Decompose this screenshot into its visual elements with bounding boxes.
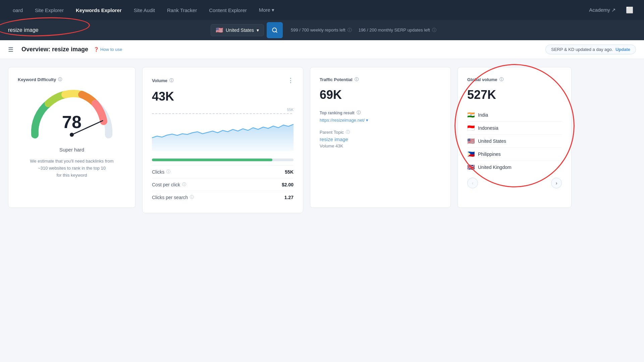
chevron-down-icon: ▾ <box>366 118 368 123</box>
chevron-down-icon: ▾ <box>257 27 259 33</box>
search-input[interactable] <box>0 20 208 40</box>
monthly-help-icon[interactable]: ⓘ <box>432 27 436 33</box>
volume-title-text: Volume <box>152 78 167 83</box>
kd-help-icon[interactable]: ⓘ <box>58 77 62 82</box>
cpc-label: Cost per click ⓘ <box>152 182 186 187</box>
country-flag-icon: 🇬🇧 <box>467 164 475 171</box>
overview-header: ☰ Overview: resize image ❓ How to use SE… <box>0 40 644 59</box>
traffic-potential-card: Traffic Potential ⓘ 69K Top ranking resu… <box>310 67 451 208</box>
top-ranking-help-icon[interactable]: ⓘ <box>357 110 361 116</box>
clicks-label: Clicks ⓘ <box>152 169 170 175</box>
global-title-text: Global volume <box>467 77 497 82</box>
global-card-title: Global volume ⓘ <box>467 77 562 82</box>
country-flag-icon: 🇮🇳 <box>467 111 475 119</box>
parent-topic-help-icon[interactable]: ⓘ <box>346 129 350 135</box>
top-url-text: https://resizeimage.net/ <box>320 118 365 123</box>
clicks-value: 55K <box>285 169 293 175</box>
volume-card-title: Volume ⓘ ⋮ <box>152 77 293 84</box>
window-icon[interactable]: ⬜ <box>623 4 636 16</box>
volume-menu-icon[interactable]: ⋮ <box>287 77 293 84</box>
list-item: 🇮🇩Indonesia <box>467 122 562 135</box>
traffic-help-icon[interactable]: ⓘ <box>355 77 359 82</box>
weekly-help-icon[interactable]: ⓘ <box>347 27 352 33</box>
list-item: 🇵🇭Philippines <box>467 148 562 161</box>
reports-info: 599 / 700 weekly reports left ⓘ 196 / 20… <box>291 27 436 33</box>
volume-chart: 55K <box>152 108 293 155</box>
country-name: United Kingdom <box>478 165 562 170</box>
country-flag: 🇺🇸 <box>216 26 223 34</box>
how-to-use-link[interactable]: ❓ How to use <box>94 47 122 52</box>
clicks-bar-fill <box>152 159 272 161</box>
gauge-number: 78 <box>62 112 82 132</box>
nav-arrows: ‹ › <box>467 178 562 188</box>
sidebar-item-site-audit[interactable]: Site Audit <box>129 5 160 16</box>
kd-title-text: Keyword Difficulty <box>18 77 56 82</box>
academy-link[interactable]: Academy ↗ <box>584 4 621 16</box>
parent-volume-value: 43K <box>335 143 343 148</box>
sidebar-item-dashboard[interactable]: oard <box>8 5 28 16</box>
top-ranking-label-text: Top ranking result <box>320 111 355 115</box>
next-arrow-button[interactable]: › <box>551 178 562 188</box>
top-url-link[interactable]: https://resizeimage.net/ ▾ <box>320 118 441 123</box>
keyword-difficulty-card: Keyword Difficulty ⓘ <box>8 67 136 208</box>
country-name: Indonesia <box>478 125 562 131</box>
cpc-value: $2.00 <box>282 182 293 187</box>
cpc-help-icon[interactable]: ⓘ <box>182 182 186 187</box>
search-bar: 🇺🇸 United States ▾ 599 / 700 weekly repo… <box>0 20 644 40</box>
traffic-number: 69K <box>320 88 441 102</box>
weekly-reports-label: 599 / 700 weekly reports left <box>291 27 345 33</box>
top-ranking-label: Top ranking result ⓘ <box>320 110 441 116</box>
country-name: United States <box>478 138 562 144</box>
cpc-metric: Cost per click ⓘ $2.00 <box>152 178 293 191</box>
country-flag-icon: 🇵🇭 <box>467 150 475 158</box>
country-selector[interactable]: 🇺🇸 United States ▾ <box>211 24 264 36</box>
sidebar-item-keywords-explorer[interactable]: Keywords Explorer <box>71 5 126 16</box>
weekly-reports: 599 / 700 weekly reports left ⓘ <box>291 27 352 33</box>
menu-icon[interactable]: ☰ <box>8 46 13 53</box>
sidebar-item-content-explorer[interactable]: Content Explorer <box>204 5 252 16</box>
sidebar-item-site-explorer[interactable]: Site Explorer <box>30 5 68 16</box>
cps-label: Clicks per search ⓘ <box>152 194 194 200</box>
cps-metric: Clicks per search ⓘ 1.27 <box>152 191 293 203</box>
clicks-metric: Clicks ⓘ 55K <box>152 165 293 178</box>
search-icon <box>272 27 278 33</box>
volume-number: 43K <box>152 89 293 104</box>
sidebar-item-rank-tracker[interactable]: Rank Tracker <box>162 5 202 16</box>
nav-bar: oard Site Explorer Keywords Explorer Sit… <box>0 0 644 20</box>
update-link[interactable]: Update <box>615 47 630 52</box>
parent-topic-link[interactable]: resize image <box>320 136 441 142</box>
list-item: 🇺🇸United States <box>467 135 562 148</box>
traffic-card-title: Traffic Potential ⓘ <box>320 77 441 82</box>
how-to-use-label[interactable]: How to use <box>100 47 122 52</box>
volume-card: Volume ⓘ ⋮ 43K 55K <box>142 67 303 213</box>
svg-point-3 <box>70 133 74 137</box>
monthly-reports-label: 196 / 200 monthly SERP updates left <box>359 27 430 33</box>
page-title: Overview: resize image <box>21 46 88 53</box>
parent-topic-label: Parent Topic ⓘ <box>320 129 441 135</box>
country-flag-icon: 🇺🇸 <box>467 137 475 145</box>
country-name: Philippines <box>478 152 562 157</box>
parent-topic-label-text: Parent Topic <box>320 130 344 135</box>
cps-label-text: Clicks per search <box>152 195 188 200</box>
svg-line-1 <box>276 31 277 32</box>
clicks-help-icon[interactable]: ⓘ <box>166 169 170 175</box>
volume-help-icon[interactable]: ⓘ <box>169 78 173 83</box>
chart-max-label: 55K <box>287 108 293 112</box>
country-name: India <box>478 112 562 118</box>
gauge-wrapper: 78 <box>18 88 126 141</box>
prev-arrow-button[interactable]: ‹ <box>467 178 478 188</box>
global-help-icon[interactable]: ⓘ <box>499 77 503 82</box>
gauge-label: Super hard <box>18 147 126 153</box>
cps-value: 1.27 <box>284 195 293 200</box>
serp-update-badge: SERP & KD updated a day ago. Update <box>545 45 636 54</box>
country-label: United States <box>226 27 254 33</box>
search-input-wrapper <box>0 20 208 40</box>
global-number: 527K <box>467 88 562 102</box>
cpc-label-text: Cost per click <box>152 182 180 187</box>
kd-card-title: Keyword Difficulty ⓘ <box>18 77 126 82</box>
cps-help-icon[interactable]: ⓘ <box>190 194 194 200</box>
global-volume-card: Global volume ⓘ 527K 🇮🇳India🇮🇩Indonesia🇺… <box>458 67 572 208</box>
search-button[interactable] <box>267 22 283 38</box>
list-item: 🇮🇳India <box>467 109 562 122</box>
sidebar-item-more[interactable]: More ▾ <box>254 4 279 16</box>
